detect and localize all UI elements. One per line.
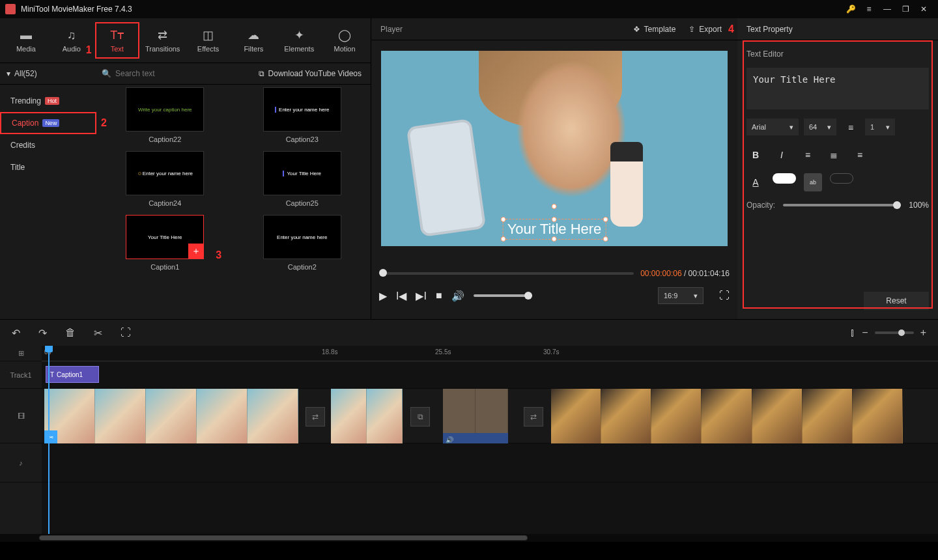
download-youtube-link[interactable]: ⧉Download YouTube Videos [249, 69, 371, 78]
opacity-label: Opacity: [746, 201, 775, 210]
search-icon: 🔍 [102, 69, 111, 78]
transition-slot-3[interactable]: ⇄ [524, 407, 543, 427]
menu-icon[interactable]: ≡ [860, 0, 878, 18]
key-icon[interactable]: 🔑 [842, 0, 860, 18]
video-clip-3[interactable]: 🔊 [443, 389, 508, 443]
video-clip-2[interactable] [331, 389, 403, 443]
opacity-slider[interactable] [783, 204, 901, 206]
tab-motion[interactable]: ◯Motion [322, 22, 367, 59]
maximize-button[interactable]: ❐ [896, 0, 915, 18]
undo-button[interactable]: ↶ [12, 327, 20, 339]
line-height-dropdown[interactable]: 1▾ [865, 119, 895, 135]
video-clip-4[interactable] [551, 389, 903, 443]
video-clip-1[interactable]: ✂ [44, 389, 298, 443]
text-track[interactable]: TCaption1 [42, 361, 938, 389]
video-track-icon: 🎞 [0, 389, 42, 443]
category-credits[interactable]: Credits [0, 134, 96, 156]
export-button[interactable]: ⇪Export [682, 25, 728, 34]
video-preview[interactable]: Your Title Here [381, 51, 728, 246]
highlight-color-swatch[interactable] [830, 173, 853, 184]
tab-filters[interactable]: ☁Filters [231, 22, 276, 59]
zoom-in-button[interactable]: + [920, 327, 926, 339]
volume-slider[interactable] [474, 294, 532, 297]
fit-zoom-button[interactable]: ⫿ [850, 327, 855, 339]
motion-icon: ◯ [338, 28, 351, 42]
minimize-button[interactable]: — [878, 0, 896, 18]
elements-icon: ✦ [294, 28, 304, 42]
link-icon: ⧉ [259, 69, 264, 78]
time-display: 00:00:00:06 / 00:01:04:16 [640, 269, 730, 278]
add-caption-button[interactable]: ＋ [188, 244, 204, 259]
tab-effects[interactable]: ◫Effects [186, 22, 231, 59]
zoom-slider[interactable] [875, 331, 914, 334]
audio-track-icon: ♪ [0, 443, 42, 483]
timeline-scrollbar[interactable] [0, 534, 938, 542]
app-logo [5, 4, 16, 14]
play-button[interactable]: ▶ [379, 290, 387, 302]
seek-slider[interactable] [379, 272, 634, 275]
text-input[interactable]: Your Title Here [746, 68, 929, 109]
fullscreen-button[interactable]: ⛶ [719, 290, 730, 301]
playhead[interactable] [48, 346, 50, 534]
chevron-down-icon: ▾ [827, 123, 831, 132]
reset-button[interactable]: Reset [864, 292, 929, 310]
text-overlay[interactable]: Your Title Here [503, 219, 606, 240]
transitions-icon: ⇄ [158, 28, 167, 42]
tab-transitions[interactable]: ⇄Transitions [141, 22, 185, 59]
thumb-caption2[interactable]: Enter your name hereCaption2 [247, 215, 358, 271]
align-left-button[interactable]: ≡ [799, 146, 817, 164]
volume-icon[interactable]: 🔊 [451, 290, 464, 302]
delete-button[interactable]: 🗑 [65, 327, 76, 339]
highlight-button[interactable]: ab [804, 173, 822, 191]
thumb-caption1[interactable]: Your Title Here ＋ 3 Caption1 [109, 215, 221, 271]
text-color-swatch[interactable] [773, 173, 796, 184]
filter-dropdown[interactable]: ▾All(52) [0, 69, 96, 78]
thumb-caption25[interactable]: Your Title HereCaption25 [247, 151, 358, 207]
crop-button[interactable]: ⛶ [121, 327, 131, 339]
tab-media[interactable]: ▬Media [4, 22, 48, 59]
effects-icon: ◫ [203, 28, 214, 42]
zoom-out-button[interactable]: − [862, 327, 868, 339]
seek-thumb[interactable] [379, 269, 387, 277]
text-clip-icon: T [50, 371, 54, 378]
transition-slot-1[interactable]: ⇄ [306, 407, 325, 427]
music-icon: ♫ [67, 29, 76, 42]
folder-icon: ▬ [20, 29, 32, 42]
split-button[interactable]: ✂ [94, 327, 102, 339]
category-trending[interactable]: TrendingHot [0, 90, 96, 112]
badge-new: New [42, 119, 59, 127]
add-track-button[interactable]: ⊞ [0, 346, 42, 361]
aspect-dropdown[interactable]: 16:9▾ [658, 287, 704, 304]
tab-text[interactable]: 1TᴛText [95, 22, 139, 59]
video-track[interactable]: ✂ ⇄ ⧉ 🔊 ⇄ [42, 389, 938, 443]
align-right-button[interactable]: ≡ [851, 146, 869, 164]
next-frame-button[interactable]: ▶I [416, 290, 426, 302]
tab-elements[interactable]: ✦Elements [277, 22, 321, 59]
category-caption[interactable]: CaptionNew2 [0, 112, 96, 134]
redo-button[interactable]: ↷ [38, 327, 47, 339]
search-input[interactable] [115, 69, 244, 78]
transition-slot-2[interactable]: ⧉ [410, 407, 430, 427]
italic-button[interactable]: I [773, 146, 791, 164]
prev-frame-button[interactable]: I◀ [396, 290, 406, 302]
audio-badge-icon: 🔊 [446, 436, 453, 443]
close-button[interactable]: ✕ [915, 0, 933, 18]
template-button[interactable]: ❖Template [627, 25, 683, 34]
stop-button[interactable]: ■ [436, 290, 442, 301]
thumb-caption22[interactable]: Write your caption hereCaption22 [109, 87, 221, 143]
align-center-button[interactable]: ≣ [825, 146, 843, 164]
timeline-ruler[interactable]: 0s 18.8s 25.5s 30.7s [42, 346, 938, 361]
annotation-1: 1 [86, 44, 92, 56]
search-wrap: 🔍 [96, 69, 249, 78]
audio-track[interactable] [42, 443, 938, 483]
category-title[interactable]: Title [0, 156, 96, 178]
thumb-caption23[interactable]: Enter your name hereCaption23 [247, 87, 358, 143]
chevron-down-icon: ▾ [694, 292, 698, 300]
caption-clip[interactable]: TCaption1 [46, 366, 99, 383]
chevron-down-icon: ▾ [886, 123, 890, 132]
bold-button[interactable]: B [746, 146, 765, 164]
font-dropdown[interactable]: Arial▾ [746, 119, 799, 135]
font-size-dropdown[interactable]: 64▾ [804, 119, 836, 135]
thumb-caption24[interactable]: ☺ Enter your name hereCaption24 [109, 151, 221, 207]
font-color-button[interactable]: A [746, 173, 765, 191]
